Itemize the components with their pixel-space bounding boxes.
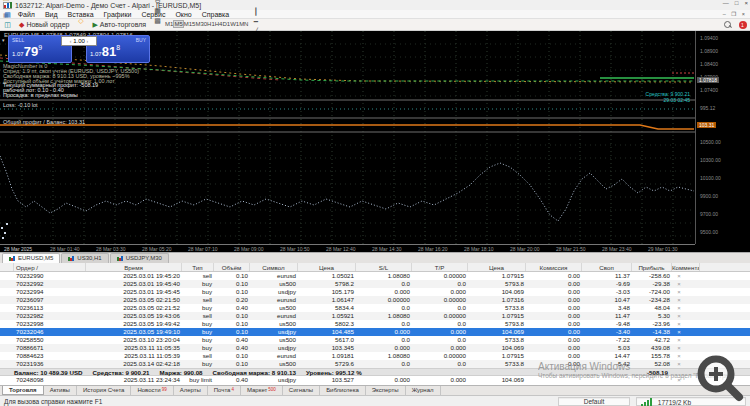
table-row[interactable]: 702329922025.03.01 19:45:40buy0.10us5005… xyxy=(0,280,750,288)
table-row[interactable]: 702329942025.03.01 19:45:45buy0.10usdjpy… xyxy=(0,288,750,296)
timeframe-button-m30[interactable]: M30 xyxy=(195,21,207,27)
data-window-icon[interactable]: ◫ xyxy=(1,20,14,30)
table-row[interactable]: 702329982025.03.05 19:49:42buy0.10us5005… xyxy=(0,320,750,328)
zoom-magnifier-icon[interactable] xyxy=(694,352,744,402)
terminal-tab-эксперты[interactable]: Эксперты xyxy=(366,386,406,395)
cell: -3.40 xyxy=(582,328,632,336)
chart-area[interactable]: EURUSD,M5 1.07848 1.07849 1.07804 1.0781… xyxy=(0,31,750,252)
notifications-icon[interactable]: 1 xyxy=(736,20,749,30)
table-row[interactable]: 702329902025.03.01 19:45:20sell0.10eurus… xyxy=(0,272,750,280)
volume-input[interactable]: ‹ 1.00 › xyxy=(61,36,97,46)
menu-item-вид[interactable]: Вид xyxy=(40,11,63,18)
timeframe-button-m15[interactable]: M15 xyxy=(184,21,196,27)
tile-windows-icon[interactable]: ▦ xyxy=(151,6,164,16)
cell: 0.40 xyxy=(214,344,250,352)
column-header-5[interactable]: Символ xyxy=(250,263,298,271)
menu-item-графики[interactable]: Графики xyxy=(99,11,137,18)
close-position-icon[interactable]: × xyxy=(672,352,686,360)
table-row[interactable]: 708846232025.03.11 11:05:39sell0.10eurus… xyxy=(0,352,750,360)
menu-item-окно[interactable]: Окно xyxy=(170,11,196,18)
column-header-1[interactable]: Ордер / xyxy=(14,263,86,271)
terminal-tab-журнал[interactable]: Журнал xyxy=(406,386,441,395)
column-header-3[interactable]: Тип xyxy=(182,263,214,271)
close-position-icon[interactable]: × xyxy=(672,344,686,352)
table-row[interactable]: 702585502025.03.10 23:20:04buy0.40us5005… xyxy=(0,336,750,344)
table-row[interactable]: 702360972025.03.05 02:21:50sell0.20eurus… xyxy=(0,296,750,304)
chart-tab-eurusd-m5[interactable]: EURUSD,M5 xyxy=(2,253,60,263)
cell: 5834.4 xyxy=(298,304,356,312)
terminal-tab-алерты[interactable]: Алерты xyxy=(174,386,208,395)
cell: 2025.03.01 19:45:40 xyxy=(86,280,182,288)
column-header-2[interactable]: Время xyxy=(86,263,182,271)
column-header-9[interactable]: Цена xyxy=(468,263,526,271)
close-button[interactable]: × xyxy=(744,0,748,6)
maximize-button[interactable]: □ xyxy=(735,0,739,6)
cell: 70232994 xyxy=(14,288,86,296)
market-watch-icon[interactable]: ▤ xyxy=(1,10,14,20)
chart-tab-usdjpy-m30[interactable]: USDJPY,M30 xyxy=(110,253,169,263)
new-order-button[interactable]: ◆ Новый ордер xyxy=(16,20,72,30)
close-position-icon[interactable]: × xyxy=(672,336,686,344)
terminal-tab-активы[interactable]: Активы xyxy=(44,386,77,395)
cell: 5793.8 xyxy=(468,320,526,328)
column-header-12[interactable]: Прибыль xyxy=(632,263,672,271)
column-header-8[interactable]: T/P xyxy=(412,263,468,271)
cell: usdjpy xyxy=(250,376,298,384)
close-position-icon[interactable]: × xyxy=(672,328,686,336)
terminal-tab-история-счета[interactable]: История Счета xyxy=(77,386,131,395)
minimize-button[interactable]: — xyxy=(723,0,729,6)
one-click-collapse-icon[interactable]: ▾ xyxy=(2,37,5,43)
timeframe-button-d1[interactable]: D1 xyxy=(222,21,230,27)
column-header-11[interactable]: Своп xyxy=(582,263,632,271)
search-icon[interactable] xyxy=(721,20,734,30)
timeframe-button-mn[interactable]: MN xyxy=(239,21,248,27)
terminal-tab-библиотека[interactable]: Библиотека xyxy=(320,386,366,395)
terminal-tab-маркет[interactable]: Маркет500 xyxy=(241,386,283,395)
child-window-controls[interactable]: – ❐ × xyxy=(723,11,747,17)
profiles-icon[interactable]: ▣▾ xyxy=(1,0,14,3)
horizontal-line-icon[interactable]: ━ xyxy=(249,17,262,27)
column-header-4[interactable]: Объём xyxy=(214,263,250,271)
table-row[interactable]: 702320462025.03.05 19:49:10buy0.10usdjpy… xyxy=(0,328,750,336)
column-header-6[interactable]: Цена xyxy=(298,263,356,271)
column-header-13[interactable]: Комментарий xyxy=(672,263,700,271)
close-position-icon[interactable]: × xyxy=(672,296,686,304)
close-position-icon[interactable]: × xyxy=(672,272,686,280)
autotrading-button[interactable]: ▶ Авто-торговля xyxy=(89,20,149,30)
terminal-tab-торговля[interactable]: Торговля xyxy=(2,386,44,395)
table-row[interactable]: 702329822025.03.05 19:43:06sell0.10eurus… xyxy=(0,312,750,320)
profile-selector[interactable]: Default xyxy=(558,397,630,406)
cascade-windows-icon[interactable]: ▩ xyxy=(151,16,164,26)
cell: 70236097 xyxy=(14,296,86,304)
volume-up-icon[interactable]: › xyxy=(87,38,89,44)
table-row[interactable]: 708866712025.03.11 11:05:35buy0.40usdjpy… xyxy=(0,344,750,352)
terminal-tab-новости[interactable]: Новости99 xyxy=(131,386,173,395)
close-position-icon[interactable]: × xyxy=(672,320,686,328)
table-row[interactable]: 702319362025.03.14 02:42:18buy0.10us5005… xyxy=(0,360,750,368)
menu-item-файл[interactable]: Файл xyxy=(13,11,40,18)
close-position-icon[interactable]: × xyxy=(672,304,686,312)
close-position-icon[interactable]: × xyxy=(672,376,686,384)
column-header-7[interactable]: S/L xyxy=(356,263,412,271)
cell: 0.40 xyxy=(214,336,250,344)
terminal-tab-сигналы[interactable]: Сигналы xyxy=(283,386,320,395)
menu-item-справка[interactable]: Справка xyxy=(197,11,234,18)
volume-down-icon[interactable]: ‹ xyxy=(70,38,72,44)
cell-profit: 52.08 xyxy=(632,360,672,368)
close-position-icon[interactable]: × xyxy=(672,288,686,296)
balance-row[interactable]: Баланс: 10 489.39 USDСредства: 9 900.21М… xyxy=(0,368,750,376)
vertical-line-icon[interactable]: ┃ xyxy=(249,7,262,17)
chart-tab-us30-h1[interactable]: US30,H1 xyxy=(61,253,108,263)
close-position-icon[interactable]: × xyxy=(672,312,686,320)
cell: 2025.03.11 11:05:39 xyxy=(86,352,182,360)
table-row[interactable]: 702361132025.03.05 02:21:52buy0.40us5005… xyxy=(0,304,750,312)
column-header-10[interactable]: Комиссия xyxy=(526,263,582,271)
terminal-tab-почта[interactable]: Почта4 xyxy=(208,386,241,395)
close-position-icon[interactable]: × xyxy=(672,280,686,288)
table-row[interactable]: 702480982025.03.11 23:24:34buy limit0.40… xyxy=(0,376,750,384)
timeframe-button-m5[interactable]: M5 xyxy=(173,20,183,28)
metaeditor-icon[interactable]: ◇ xyxy=(74,16,87,26)
close-position-icon[interactable]: × xyxy=(672,360,686,368)
timeframe-button-w1[interactable]: W1 xyxy=(230,21,239,27)
timeframe-button-h1[interactable]: H1 xyxy=(207,21,215,27)
